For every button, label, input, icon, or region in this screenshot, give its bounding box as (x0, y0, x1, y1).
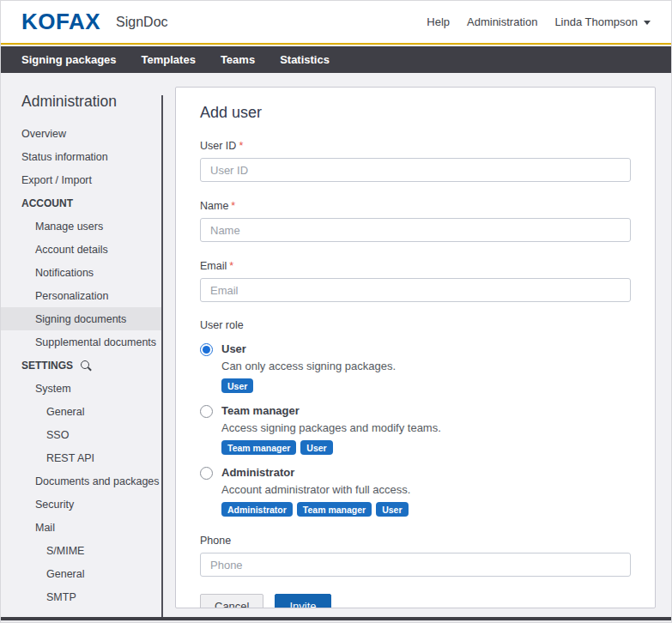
app-header: KOFAX SignDoc HelpAdministration Linda T… (1, 1, 671, 45)
sidebar-item-system[interactable]: System (1, 377, 161, 400)
field-label-text: User ID (200, 140, 236, 152)
role-name[interactable]: Team manager (221, 404, 441, 417)
sidebar-list: OverviewStatus informationExport / Impor… (1, 122, 161, 608)
sidebar-item-general[interactable]: General (1, 562, 161, 585)
sidebar-item-settings: SETTINGS (1, 354, 161, 377)
header-link-administration[interactable]: Administration (467, 15, 537, 28)
sidebar-item-signing-documents[interactable]: Signing documents (1, 307, 161, 330)
sidebar-item-mail[interactable]: Mail (1, 516, 161, 539)
header-right: HelpAdministration Linda Thompson (427, 15, 651, 28)
sidebar-item-documents-and-packages[interactable]: Documents and packages (1, 469, 161, 493)
sidebar-item-security[interactable]: Security (1, 493, 161, 516)
radio-team-manager[interactable] (200, 405, 213, 418)
nav-item-teams[interactable]: Teams (221, 53, 255, 66)
badge-team-manager: Team manager (221, 440, 296, 455)
sidebar-item-smtp[interactable]: SMTP (1, 585, 161, 608)
name-input[interactable] (200, 218, 631, 242)
header-links: HelpAdministration (427, 15, 537, 28)
sidebar-item-status-information[interactable]: Status information (1, 145, 161, 168)
phone-input[interactable] (200, 553, 631, 577)
sidebar-divider (161, 95, 163, 617)
phone-label: Phone (200, 535, 631, 547)
page-title: Add user (200, 104, 631, 122)
sidebar-item-label: Documents and packages (35, 475, 160, 487)
sidebar-item-label: Status information (21, 151, 108, 163)
sidebar-item-personalization[interactable]: Personalization (1, 284, 161, 307)
content-area: Administration OverviewStatus informatio… (1, 73, 671, 617)
sidebar-item-sso[interactable]: SSO (1, 423, 161, 446)
sidebar-item-general[interactable]: General (1, 400, 161, 423)
user-name: Linda Thompson (554, 15, 638, 28)
nav-item-signing-packages[interactable]: Signing packages (21, 53, 117, 66)
name-label: Name* (200, 200, 631, 212)
top-nav: Signing packagesTemplatesTeamsStatistics (1, 46, 671, 73)
sidebar-item-supplemental-documents[interactable]: Supplemental documents (1, 330, 161, 354)
email-field: Email* (200, 260, 631, 302)
role-badges: AdministratorTeam managerUser (221, 502, 410, 517)
role-option-team-manager: Team managerAccess signing packages and … (200, 404, 631, 455)
role-option-user: UserCan only access signing packages.Use… (200, 342, 631, 393)
sidebar-item-label: S/MIME (46, 545, 84, 557)
role-name[interactable]: User (221, 342, 396, 355)
sidebar-item-notifications[interactable]: Notifications (1, 261, 161, 284)
name-field: Name* (200, 200, 631, 242)
field-label-text: Name (200, 200, 228, 212)
user-id-input[interactable] (200, 158, 631, 182)
email-input[interactable] (200, 278, 631, 302)
radio-administrator[interactable] (200, 467, 213, 480)
sidebar-item-s-mime[interactable]: S/MIME (1, 539, 161, 562)
user-id-label: User ID* (200, 140, 631, 152)
sidebar-item-label: ACCOUNT (21, 197, 73, 209)
sidebar-item-label: Supplemental documents (35, 336, 156, 348)
role-option-body: AdministratorAccount administrator with … (221, 466, 410, 517)
nav-item-statistics[interactable]: Statistics (280, 53, 330, 66)
email-label: Email* (200, 260, 631, 272)
sidebar-item-account-details[interactable]: Account details (1, 238, 161, 261)
sidebar-item-label: SETTINGS (21, 360, 73, 372)
sidebar-item-label: Notifications (35, 267, 94, 279)
sidebar-item-label: Overview (21, 128, 66, 140)
role-description: Can only access signing packages. (221, 360, 396, 372)
sidebar-item-label: Manage users (35, 221, 103, 233)
sidebar-item-label: General (46, 568, 84, 580)
role-description: Access signing packages and modify teams… (221, 421, 441, 434)
sidebar-item-rest-api[interactable]: REST API (1, 446, 161, 469)
role-options: UserCan only access signing packages.Use… (200, 342, 631, 517)
role-option-administrator: AdministratorAccount administrator with … (200, 466, 631, 517)
phone-field: Phone (200, 535, 631, 577)
badge-user: User (376, 502, 408, 517)
invite-button[interactable]: Invite (275, 594, 330, 608)
sidebar-item-label: Export / Import (21, 174, 92, 186)
radio-user-selected[interactable] (200, 343, 213, 356)
sidebar-item-manage-users[interactable]: Manage users (1, 215, 161, 238)
phone-field-slot: Phone (200, 535, 631, 577)
badge-team-manager: Team manager (297, 502, 372, 517)
role-description: Account administrator with full access. (221, 483, 410, 496)
sidebar-title: Administration (21, 93, 161, 111)
badge-user: User (300, 440, 332, 455)
user-menu[interactable]: Linda Thompson (554, 15, 651, 28)
required-asterisk: * (229, 260, 233, 272)
field-label-text: Email (200, 260, 227, 272)
product-name: SignDoc (116, 15, 167, 30)
search-icon[interactable] (81, 360, 89, 369)
role-name[interactable]: Administrator (221, 466, 410, 479)
sidebar-item-label: Personalization (35, 290, 108, 302)
kofax-logo[interactable]: KOFAX (21, 9, 100, 35)
role-option-body: Team managerAccess signing packages and … (221, 404, 441, 455)
sidebar: Administration OverviewStatus informatio… (1, 73, 161, 617)
sidebar-item-label: System (35, 383, 71, 395)
sidebar-item-overview[interactable]: Overview (1, 122, 161, 145)
cancel-button[interactable]: Cancel (200, 594, 263, 608)
role-badges: User (221, 378, 396, 393)
user-role-label: User role (200, 319, 631, 331)
user-id-field: User ID* (200, 140, 631, 182)
badge-administrator: Administrator (221, 502, 293, 517)
sidebar-item-export-import[interactable]: Export / Import (1, 168, 161, 191)
sidebar-item-label: General (46, 406, 84, 418)
chevron-down-icon (644, 21, 651, 25)
form-actions: Cancel Invite (200, 594, 631, 608)
sidebar-item-account: ACCOUNT (1, 191, 161, 215)
nav-item-templates[interactable]: Templates (142, 53, 196, 66)
header-link-help[interactable]: Help (427, 15, 450, 28)
